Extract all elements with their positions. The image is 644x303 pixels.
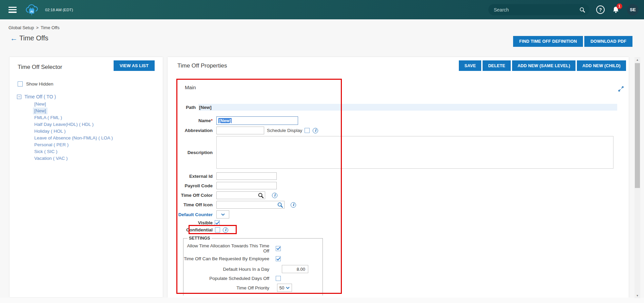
tree-item[interactable]: Personal ( PER ) bbox=[33, 141, 70, 148]
tree-item[interactable]: Half Day Leave(HDL) ( HDL ) bbox=[33, 121, 95, 128]
time-off-tree: Time Off ( TO ) [New][New]FMLA ( FML )Ha… bbox=[17, 94, 114, 162]
svg-text:AI: AI bbox=[30, 9, 34, 13]
tree-root-time-off[interactable]: Time Off ( TO ) bbox=[17, 94, 114, 99]
default-hours-in-day-label: Default Hours In a Day bbox=[183, 267, 269, 272]
selector-title: Time Off Selector bbox=[18, 64, 62, 71]
tree-item[interactable]: Sick ( SIC ) bbox=[33, 148, 59, 155]
show-hidden-label: Show Hidden bbox=[26, 81, 53, 87]
time-off-icon-label: Time Off Icon bbox=[168, 202, 216, 207]
help-icon[interactable] bbox=[596, 5, 605, 14]
schedule-display-label: Schedule Display bbox=[267, 128, 302, 133]
global-search[interactable] bbox=[488, 4, 589, 15]
visible-checkbox[interactable] bbox=[215, 220, 220, 225]
payroll-code-input[interactable] bbox=[216, 182, 277, 189]
app-logo-cloud-ai-icon[interactable]: AI bbox=[24, 3, 40, 17]
notifications-bell-icon[interactable]: 1 bbox=[612, 6, 620, 14]
name-input[interactable]: [New] bbox=[216, 116, 298, 125]
scrollbar-down-arrow[interactable] bbox=[635, 293, 640, 298]
current-time: 02:18 AM (EDT) bbox=[45, 8, 73, 12]
search-icon[interactable] bbox=[579, 7, 585, 13]
time-off-icon-lookup-icon[interactable] bbox=[277, 202, 283, 208]
vertical-scrollbar[interactable] bbox=[635, 57, 640, 298]
time-off-color-lookup-icon[interactable] bbox=[258, 192, 264, 198]
allow-time-allocation-checkbox[interactable] bbox=[276, 246, 281, 251]
time-off-selector-panel: Time Off Selector VIEW AS LIST Show Hidd… bbox=[9, 57, 163, 297]
time-off-icon-input[interactable] bbox=[216, 201, 285, 209]
time-off-color-info-icon[interactable] bbox=[272, 193, 277, 198]
description-label: Description bbox=[168, 150, 216, 155]
path-value-row: [New] bbox=[198, 104, 617, 111]
show-hidden-checkbox[interactable] bbox=[18, 81, 23, 87]
back-arrow-icon[interactable]: ← bbox=[10, 35, 18, 42]
tree-item[interactable]: Holiday ( HOL ) bbox=[33, 128, 67, 135]
description-textarea[interactable] bbox=[216, 136, 613, 169]
view-as-list-button[interactable]: VIEW AS LIST bbox=[114, 60, 155, 71]
abbreviation-input[interactable] bbox=[216, 127, 264, 134]
time-off-requestable-label: Time Off Can Be Requested By Employee bbox=[183, 256, 269, 261]
tree-item[interactable]: [New] bbox=[33, 108, 47, 114]
path-label: Path bbox=[186, 105, 196, 110]
settings-group: SETTINGS Allow Time Allocation Towards T… bbox=[183, 236, 323, 296]
default-counter-select[interactable] bbox=[216, 210, 229, 219]
payroll-code-label: Payroll Code bbox=[168, 183, 216, 188]
time-off-icon-info-icon[interactable] bbox=[291, 202, 296, 208]
time-off-requestable-checkbox[interactable] bbox=[276, 256, 281, 261]
breadcrumb-time-offs[interactable]: Time Offs bbox=[41, 25, 60, 30]
tree-collapse-icon[interactable] bbox=[17, 95, 21, 99]
search-input[interactable] bbox=[494, 7, 579, 13]
collapse-section-icon[interactable] bbox=[618, 86, 624, 93]
bottom-strip bbox=[0, 298, 644, 303]
user-avatar[interactable]: SE bbox=[627, 4, 639, 16]
tree-item[interactable]: [New] bbox=[33, 101, 47, 108]
top-bar: AI 02:18 AM (EDT) 1 SE bbox=[0, 0, 644, 19]
default-counter-label[interactable]: Default Counter bbox=[168, 212, 216, 217]
time-off-color-label: Time Off Color bbox=[168, 193, 216, 198]
tree-item[interactable]: FMLA ( FML ) bbox=[33, 114, 63, 121]
page-title: Time Offs bbox=[19, 34, 48, 42]
name-selected-text: [New] bbox=[218, 118, 232, 123]
default-hours-in-day-input[interactable] bbox=[282, 265, 308, 273]
schedule-display-info-icon[interactable] bbox=[313, 128, 318, 133]
download-pdf-button[interactable]: DOWNLOAD PDF bbox=[584, 36, 632, 47]
confidential-label: Confidential bbox=[168, 227, 216, 232]
path-value: [New] bbox=[198, 105, 212, 110]
page-action-buttons: FIND TIME OFF DEFINITIONDOWNLOAD PDF bbox=[513, 36, 632, 47]
external-id-input[interactable] bbox=[216, 172, 277, 180]
confidential-checkbox[interactable] bbox=[215, 227, 220, 232]
tree-item[interactable]: Leave of Absence (Non-FMLA) ( LOA ) bbox=[33, 135, 114, 141]
breadcrumb: Global Setup>Time Offs bbox=[8, 25, 59, 30]
breadcrumb-global-setup[interactable]: Global Setup bbox=[8, 25, 34, 30]
scrollbar-thumb[interactable] bbox=[635, 63, 640, 188]
notification-count-badge: 1 bbox=[617, 3, 622, 9]
populate-scheduled-days-off-checkbox[interactable] bbox=[276, 276, 281, 281]
confidential-info-icon[interactable] bbox=[223, 227, 228, 233]
allow-time-allocation-label: Allow Time Allocation Towards This Time … bbox=[183, 243, 269, 253]
scrollbar-up-arrow[interactable] bbox=[635, 57, 640, 62]
find-time-off-definition-button[interactable]: FIND TIME OFF DEFINITION bbox=[513, 36, 583, 47]
main-section-title: Main bbox=[185, 84, 196, 90]
time-off-priority-label: Time Off Priority bbox=[183, 285, 269, 290]
hamburger-menu-icon[interactable] bbox=[8, 7, 17, 13]
visible-label: Visible bbox=[168, 220, 216, 225]
populate-scheduled-days-off-label: Populate Scheduled Days Off bbox=[183, 276, 269, 281]
settings-legend: SETTINGS bbox=[188, 236, 212, 241]
time-off-properties-panel: Time Off Properties SAVEDELETEADD NEW (S… bbox=[168, 57, 629, 298]
name-label: Name* bbox=[168, 118, 216, 123]
time-off-priority-select[interactable]: 50 bbox=[277, 284, 292, 292]
tree-item[interactable]: Vacation ( VAC ) bbox=[33, 155, 69, 162]
abbreviation-label: Abbreviation bbox=[168, 128, 216, 133]
external-id-label: External Id bbox=[168, 174, 216, 179]
schedule-display-checkbox[interactable] bbox=[305, 128, 310, 133]
